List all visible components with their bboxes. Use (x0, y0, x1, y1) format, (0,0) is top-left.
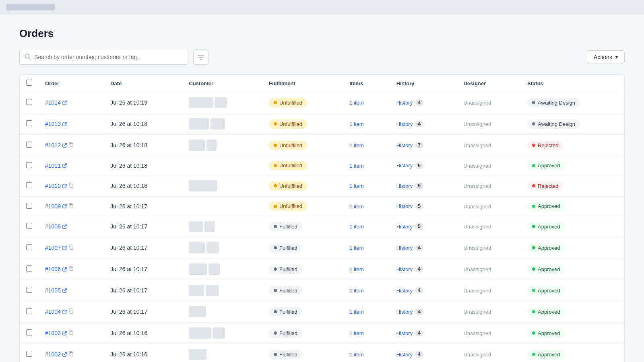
items-link[interactable]: 1 item (349, 163, 363, 169)
fulfillment-dot (274, 144, 277, 147)
order-link[interactable]: #1007 (45, 245, 67, 251)
row-checkbox[interactable] (26, 351, 32, 357)
copy-icon[interactable] (68, 330, 74, 336)
history-link[interactable]: History (396, 309, 413, 315)
row-designer-cell: Unassigned (457, 197, 521, 216)
row-checkbox[interactable] (26, 244, 32, 250)
row-customer-cell (182, 92, 262, 113)
row-checkbox[interactable] (26, 329, 32, 335)
select-all-checkbox[interactable] (26, 80, 32, 86)
row-checkbox-cell (20, 216, 39, 237)
fulfillment-dot (274, 164, 277, 167)
status-dot (532, 164, 535, 167)
history-link[interactable]: History (396, 162, 413, 169)
row-checkbox[interactable] (26, 142, 32, 148)
filter-button[interactable] (193, 49, 208, 65)
history-link[interactable]: History (396, 288, 413, 294)
row-fulfillment-cell: Fulfilled (262, 216, 343, 237)
history-link[interactable]: History (396, 352, 413, 358)
items-link[interactable]: 1 item (349, 224, 363, 230)
history-link[interactable]: History (396, 203, 413, 209)
order-link[interactable]: #1002 (45, 351, 67, 358)
row-checkbox[interactable] (26, 287, 32, 293)
row-checkbox[interactable] (26, 120, 32, 126)
order-link[interactable]: #1003 (45, 330, 67, 336)
order-link[interactable]: #1013 (45, 121, 67, 127)
row-checkbox[interactable] (26, 308, 32, 314)
items-link[interactable]: 1 item (349, 183, 363, 189)
col-customer: Customer (182, 75, 262, 92)
row-designer-cell: Unassigned (457, 156, 521, 175)
status-dot (532, 205, 535, 208)
svg-rect-7 (70, 310, 73, 313)
svg-rect-2 (70, 144, 73, 147)
items-link[interactable]: 1 item (349, 204, 363, 210)
fulfillment-badge: Fulfilled (269, 350, 302, 359)
customer-placeholder (189, 221, 256, 232)
history-link[interactable]: History (396, 330, 413, 336)
items-link[interactable]: 1 item (349, 266, 363, 272)
actions-button[interactable]: Actions ▾ (587, 50, 625, 64)
items-link[interactable]: 1 item (349, 288, 363, 294)
copy-icon[interactable] (68, 142, 74, 148)
row-checkbox[interactable] (26, 99, 32, 105)
history-link[interactable]: History (396, 224, 413, 230)
copy-icon[interactable] (68, 245, 74, 251)
designer-value: Unassigned (463, 183, 491, 189)
items-link[interactable]: 1 item (349, 245, 363, 251)
order-link[interactable]: #1014 (45, 99, 67, 106)
history-link[interactable]: History (396, 183, 413, 189)
fulfillment-dot (274, 101, 277, 104)
copy-icon[interactable] (68, 309, 74, 315)
row-checkbox[interactable] (26, 162, 32, 168)
row-fulfillment-cell: Unfulfilled (262, 92, 343, 113)
row-checkbox[interactable] (26, 265, 32, 272)
copy-icon[interactable] (68, 203, 74, 210)
items-link[interactable]: 1 item (349, 142, 363, 148)
history-link[interactable]: History (396, 100, 413, 106)
items-link[interactable]: 1 item (349, 309, 363, 315)
items-link[interactable]: 1 item (349, 100, 363, 106)
order-link[interactable]: #1009 (45, 203, 67, 210)
designer-value: Unassigned (463, 163, 491, 169)
history-count-badge: 4 (415, 351, 423, 358)
history-link[interactable]: History (396, 245, 413, 251)
copy-icon[interactable] (68, 183, 74, 189)
row-checkbox[interactable] (26, 223, 32, 229)
customer-image-placeholder (189, 285, 204, 296)
items-link[interactable]: 1 item (349, 352, 363, 358)
row-date-cell: Jul 26 at 10:17 (104, 197, 182, 216)
table-row: #1013 Jul 26 at 10:18 Unfulfilled 1 item… (20, 113, 624, 135)
row-history-cell: History 5 (390, 216, 457, 237)
col-date: Date (104, 75, 182, 92)
order-link[interactable]: #1006 (45, 266, 67, 272)
row-items-cell: 1 item (343, 216, 390, 237)
history-link[interactable]: History (396, 266, 413, 272)
items-link[interactable]: 1 item (349, 330, 363, 336)
order-link[interactable]: #1008 (45, 223, 67, 230)
row-checkbox[interactable] (26, 182, 32, 188)
customer-image-placeholder (189, 118, 209, 130)
row-status-cell: Approved (521, 237, 624, 259)
col-fulfillment: Fulfillment (262, 75, 343, 92)
order-link[interactable]: #1011 (45, 162, 67, 169)
copy-icon[interactable] (68, 266, 74, 272)
orders-table-container: Order Date Customer Fulfillment Items Hi… (19, 74, 625, 362)
customer-image-placeholder (189, 327, 211, 339)
row-checkbox[interactable] (26, 203, 32, 209)
row-checkbox-cell (20, 175, 39, 197)
table-row: #1007 Jul 26 at 10:17 Fulfilled 1 item H… (20, 237, 624, 259)
items-link[interactable]: 1 item (349, 121, 363, 127)
designer-value: Unassigned (463, 100, 491, 106)
order-link[interactable]: #1012 (45, 142, 67, 148)
order-link[interactable]: #1005 (45, 287, 67, 294)
search-input[interactable] (34, 54, 183, 60)
history-link[interactable]: History (396, 142, 413, 148)
copy-icon[interactable] (68, 351, 74, 358)
external-link-icon (62, 331, 67, 335)
row-customer-cell (182, 156, 262, 175)
history-link[interactable]: History (396, 121, 413, 127)
customer-placeholder (189, 349, 256, 360)
order-link[interactable]: #1004 (45, 309, 67, 315)
order-link[interactable]: #1010 (45, 183, 67, 189)
